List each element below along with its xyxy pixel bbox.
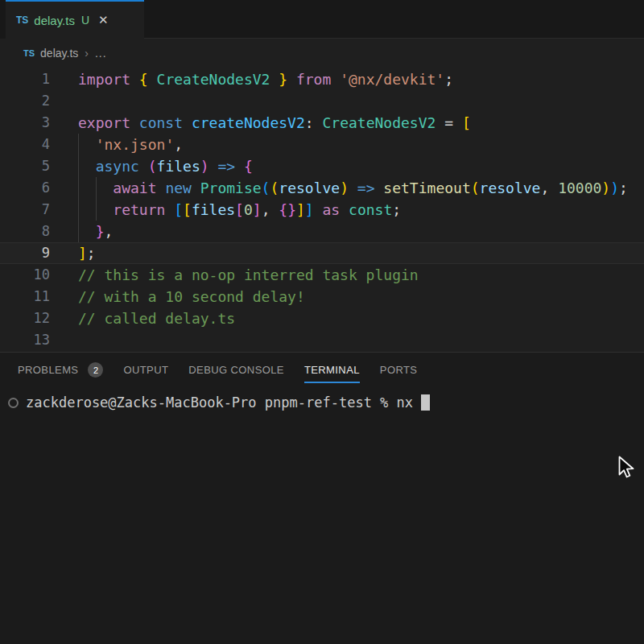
panel-tab-terminal[interactable]: TERMINAL <box>304 353 360 387</box>
line-number: 5 <box>0 155 50 177</box>
breadcrumb-file[interactable]: delay.ts <box>40 47 78 60</box>
code-line[interactable]: 10// this is a no-op interred task plugi… <box>0 264 644 286</box>
code-text: await new Promise((resolve) => setTimeou… <box>50 177 628 199</box>
tab-delay-ts[interactable]: TS delay.ts U ✕ <box>6 0 144 39</box>
panel-tab-label: PORTS <box>380 364 418 376</box>
indent-guide <box>78 221 79 242</box>
terminal-cursor <box>421 394 430 411</box>
code-line[interactable]: 13 <box>0 329 644 351</box>
panel-tab-ports[interactable]: PORTS <box>380 353 418 387</box>
line-number: 11 <box>0 286 50 308</box>
code-text: // with a 10 second delay! <box>50 286 305 308</box>
code-line[interactable]: 2 <box>0 90 644 112</box>
line-number: 3 <box>0 112 50 134</box>
terminal-prompt: zackderose@Zacks-MacBook-Pro pnpm-ref-te… <box>26 394 388 411</box>
editor-lines: 1import { CreateNodesV2 } from '@nx/devk… <box>0 68 644 351</box>
indent-guide <box>78 199 79 221</box>
code-line[interactable]: 6 await new Promise((resolve) => setTime… <box>0 177 644 199</box>
code-text: return [[files[0], {}]] as const; <box>50 199 401 221</box>
chevron-right-icon: › <box>85 47 89 60</box>
panel-tab-label: PROBLEMS <box>18 364 78 376</box>
panel-tab-debug-console[interactable]: DEBUG CONSOLE <box>188 353 284 387</box>
indent-guide <box>78 177 79 199</box>
line-number: 12 <box>0 308 50 329</box>
panel-tab-label: TERMINAL <box>304 364 360 376</box>
typescript-file-icon: TS <box>16 14 28 26</box>
panel-tabs: PROBLEMS2OUTPUTDEBUG CONSOLETERMINALPORT… <box>0 353 644 387</box>
code-text <box>50 329 78 351</box>
code-text: }, <box>50 221 113 242</box>
code-text: export const createNodesV2: CreateNodesV… <box>50 112 471 134</box>
editor-tab-bar: TS delay.ts U ✕ <box>0 0 644 39</box>
line-number: 2 <box>0 90 50 112</box>
terminal-command: nx <box>397 394 413 411</box>
terminal[interactable]: zackderose@Zacks-MacBook-Pro pnpm-ref-te… <box>0 387 644 412</box>
code-line[interactable]: 5 async (files) => { <box>0 155 644 177</box>
code-line[interactable]: 12// called delay.ts <box>0 308 644 329</box>
bottom-panel: PROBLEMS2OUTPUTDEBUG CONSOLETERMINALPORT… <box>0 352 644 644</box>
tab-title: delay.ts <box>34 14 75 27</box>
code-line[interactable]: 11// with a 10 second delay! <box>0 286 644 308</box>
code-line[interactable]: 9]; <box>0 242 644 264</box>
panel-tab-problems[interactable]: PROBLEMS2 <box>18 353 103 387</box>
code-text: // called delay.ts <box>50 308 235 329</box>
panel-tab-label: OUTPUT <box>123 364 168 376</box>
breadcrumb: TS delay.ts › ... <box>0 39 644 68</box>
code-editor[interactable]: 1import { CreateNodesV2 } from '@nx/devk… <box>0 68 644 352</box>
line-number: 7 <box>0 199 50 221</box>
terminal-prompt-line: zackderose@Zacks-MacBook-Pro pnpm-ref-te… <box>8 393 644 412</box>
code-text: ]; <box>50 242 96 264</box>
indent-guide <box>78 155 79 177</box>
line-number: 1 <box>0 68 50 90</box>
code-line[interactable]: 3export const createNodesV2: CreateNodes… <box>0 112 644 134</box>
panel-tab-output[interactable]: OUTPUT <box>123 353 168 387</box>
line-number: 9 <box>0 242 50 264</box>
line-number: 4 <box>0 134 50 155</box>
code-text <box>50 90 78 112</box>
indent-guide <box>78 134 79 155</box>
breadcrumb-symbol[interactable]: ... <box>95 47 107 60</box>
code-line[interactable]: 4 'nx.json', <box>0 134 644 155</box>
line-number: 8 <box>0 221 50 242</box>
line-number: 10 <box>0 264 50 286</box>
code-text: import { CreateNodesV2 } from '@nx/devki… <box>50 68 453 90</box>
code-line[interactable]: 8 }, <box>0 221 644 242</box>
panel-tab-label: DEBUG CONSOLE <box>188 364 284 376</box>
indent-guide <box>96 177 97 199</box>
line-number: 13 <box>0 329 50 351</box>
typescript-file-icon: TS <box>23 48 35 58</box>
line-number: 6 <box>0 177 50 199</box>
code-text: // this is a no-op interred task plugin <box>50 264 419 286</box>
code-line[interactable]: 7 return [[files[0], {}]] as const; <box>0 199 644 221</box>
terminal-command-circle-icon <box>8 398 19 408</box>
indent-guide <box>96 199 97 221</box>
close-icon[interactable]: ✕ <box>98 13 109 27</box>
vscode-window: TS delay.ts U ✕ TS delay.ts › ... 1impor… <box>0 0 644 644</box>
code-text: async (files) => { <box>50 155 253 177</box>
code-line[interactable]: 1import { CreateNodesV2 } from '@nx/devk… <box>0 68 644 90</box>
git-status-badge: U <box>81 14 89 27</box>
problems-count-badge: 2 <box>88 362 103 378</box>
code-text: 'nx.json', <box>50 134 183 155</box>
